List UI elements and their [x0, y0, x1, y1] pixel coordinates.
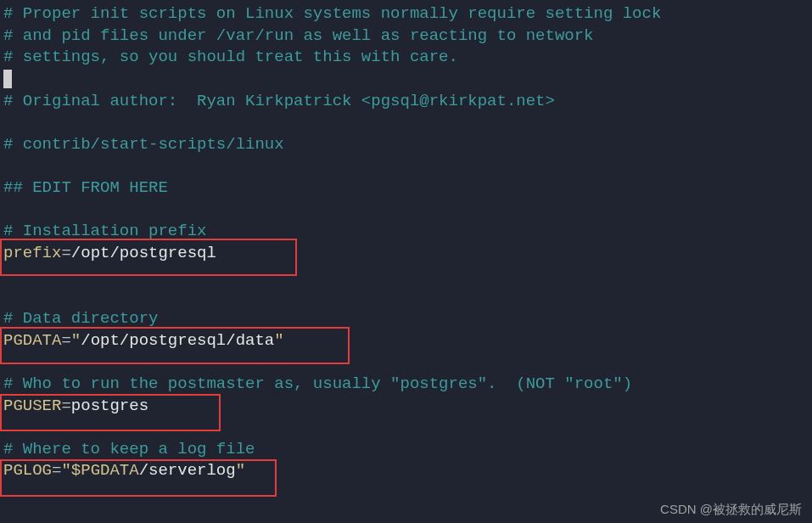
comment-line: # Who to run the postmaster as, usually … [0, 374, 812, 396]
comment-text: # Data directory [3, 309, 158, 328]
blank-line [0, 286, 812, 308]
quote: " [71, 331, 81, 350]
var-name: prefix [3, 244, 61, 262]
blank-line [0, 200, 812, 222]
blank-line [0, 351, 812, 374]
comment-text: # Where to keep a log file [3, 440, 255, 458]
comment-text: # Who to run the postmaster as, usually … [3, 374, 632, 393]
var-name: PGDATA [3, 331, 61, 350]
blank-line [0, 112, 812, 134]
var-value: /opt/postgresql/data [81, 331, 274, 350]
comment-text: # contrib/start-scripts/linux [3, 135, 284, 154]
assignment-pglog: PGLOG="$PGDATA/serverlog" [0, 460, 812, 482]
comment-text: # and pid files under /var/run as well a… [3, 26, 594, 45]
comment-text: # Proper init scripts on Linux systems n… [3, 4, 661, 23]
comment-text: # Original author: Ryan Kirkpatrick <pgs… [3, 92, 555, 110]
comment-line: # contrib/start-scripts/linux [0, 134, 812, 156]
comment-line: # settings, so you should treat this wit… [0, 47, 812, 69]
comment-line: # and pid files under /var/run as well a… [0, 25, 812, 48]
var-value: postgres [71, 396, 148, 415]
comment-line: # Where to keep a log file [0, 439, 812, 461]
watermark: CSDN @被拯救的威尼斯 [660, 501, 802, 518]
blank-line [0, 417, 812, 439]
comment-line: # Original author: Ryan Kirkpatrick <pgs… [0, 91, 812, 113]
comment-line: # Proper init scripts on Linux systems n… [0, 3, 812, 25]
comment-line: # Installation prefix [0, 221, 812, 243]
var-value: /opt/postgresql [71, 244, 216, 262]
cursor-icon [3, 70, 12, 88]
assignment-pgdata: PGDATA="/opt/postgresql/data" [0, 330, 812, 352]
equals: = [61, 331, 70, 350]
dollar-var: $PGDATA [71, 461, 139, 480]
quote: " [236, 461, 245, 480]
quote: " [274, 331, 283, 350]
quote: " [61, 461, 70, 480]
comment-text: ## EDIT FROM HERE [3, 178, 168, 197]
assignment-pguser: PGUSER=postgres [0, 396, 812, 418]
blank-line [0, 265, 812, 287]
var-name: PGLOG [3, 461, 52, 480]
comment-text: # settings, so you should treat this wit… [3, 48, 458, 66]
comment-text: # Installation prefix [3, 222, 206, 240]
equals: = [61, 396, 70, 415]
var-value: /serverlog [139, 461, 236, 480]
blank-line [0, 155, 812, 177]
comment-line: # Data directory [0, 308, 812, 330]
cursor-line [0, 69, 812, 91]
equals: = [52, 461, 61, 480]
equals: = [61, 244, 70, 262]
var-name: PGUSER [3, 396, 61, 415]
assignment-prefix: prefix=/opt/postgresql [0, 243, 812, 265]
comment-line: ## EDIT FROM HERE [0, 177, 812, 200]
